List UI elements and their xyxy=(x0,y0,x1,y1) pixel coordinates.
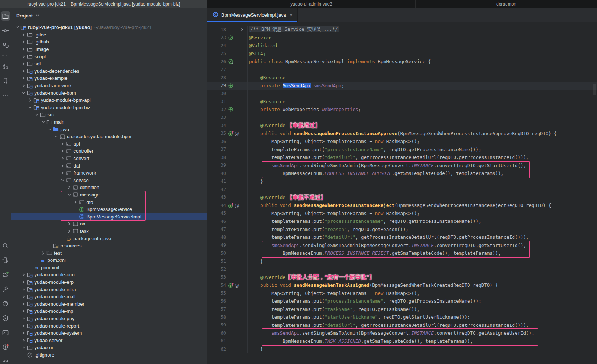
chevron-collapsed-icon[interactable] xyxy=(66,228,72,234)
terminal-icon[interactable] xyxy=(1,328,10,337)
tree-item-service[interactable]: service xyxy=(11,176,207,184)
commit-icon[interactable] xyxy=(1,26,10,35)
line-number[interactable]: 24 xyxy=(207,43,226,48)
code-line-54[interactable]: 54I@ public void sendMessageWhenTaskAssi… xyxy=(207,281,597,289)
line-number[interactable]: 54 xyxy=(207,283,226,288)
code-line-53[interactable]: 53 @Override【审批人分配，“您有一个新审批”】 xyxy=(207,273,597,282)
chevron-expanded-icon[interactable] xyxy=(27,104,33,110)
line-number[interactable]: 55 xyxy=(207,290,226,296)
code-line-57[interactable]: 57 templateParams.put("taskName", reqDTO… xyxy=(207,305,597,313)
line-number[interactable]: 23 xyxy=(207,35,226,40)
code-line-33[interactable]: 33 xyxy=(207,114,597,122)
more-icon[interactable] xyxy=(1,90,10,100)
chevron-expanded-icon[interactable] xyxy=(40,119,46,125)
line-number[interactable]: 50 xyxy=(207,251,226,256)
chevron-collapsed-icon[interactable] xyxy=(21,83,27,89)
chevron-collapsed-icon[interactable] xyxy=(21,330,27,336)
chevron-collapsed-icon[interactable] xyxy=(21,75,27,81)
line-number[interactable]: 34 xyxy=(207,123,226,128)
gutter-bean[interactable] xyxy=(226,83,237,88)
code-line-52[interactable]: 52 xyxy=(207,265,597,273)
line-number[interactable]: 28 xyxy=(207,75,226,80)
chevron-collapsed-icon[interactable] xyxy=(21,279,27,285)
line-number[interactable]: 25 xyxy=(207,51,226,56)
tree-item-main[interactable]: main xyxy=(11,118,207,126)
editor-scrollbar-thumb[interactable] xyxy=(593,84,596,95)
tree-item-yudao-module-erp[interactable]: yudao-module-erp xyxy=(11,279,207,286)
chevron-collapsed-icon[interactable] xyxy=(21,61,27,67)
code-line-50[interactable]: 50 BpmMessageEnum.PROCESS_INSTANCE_REJEC… xyxy=(207,249,597,257)
pull-requests-icon[interactable]: ? xyxy=(1,40,10,50)
code-line-23[interactable]: 23@Service xyxy=(207,34,597,42)
project-folder-icon[interactable] xyxy=(1,11,10,21)
code-line-51[interactable]: 51 } xyxy=(207,257,597,266)
tree-item-yudao-module-bpm[interactable]: yudao-module-bpm xyxy=(11,89,207,97)
chevron-collapsed-icon[interactable] xyxy=(21,294,27,300)
tree-item-message[interactable]: message xyxy=(11,191,207,199)
gutter-bean[interactable] xyxy=(226,107,237,112)
line-number[interactable]: 36 xyxy=(207,139,226,144)
tree-item-yudao-module-mp[interactable]: yudao-module-mp xyxy=(11,308,207,315)
code-line-25[interactable]: 25@Slf4j xyxy=(207,50,597,58)
tree-item-yudao-module-system[interactable]: yudao-module-system xyxy=(11,329,207,337)
chevron-collapsed-icon[interactable] xyxy=(21,308,27,314)
chevron-expanded-icon[interactable] xyxy=(21,90,27,96)
code-line-47[interactable]: 47 templateParams.put("reason", reqDTO.g… xyxy=(207,225,597,234)
code-line-48[interactable]: 48 templateParams.put("detailUrl", getPr… xyxy=(207,233,597,241)
code-line-60[interactable]: 60 smsSendApi.sendSingleSmsToAdmin(BpmMe… xyxy=(207,329,597,337)
debug-icon[interactable] xyxy=(1,270,10,279)
chevron-collapsed-icon[interactable] xyxy=(60,141,66,147)
tree-item-java[interactable]: java xyxy=(11,126,207,133)
code-line-59[interactable]: 59 templateParams.put("detailUrl", getPr… xyxy=(207,321,597,329)
gutter-check[interactable] xyxy=(226,35,237,40)
line-number[interactable]: 44 xyxy=(207,203,226,208)
code-line-26[interactable]: 26public class BpmMessageServiceImpl imp… xyxy=(207,58,597,66)
chevron-expanded-icon[interactable] xyxy=(14,25,20,30)
gutter-leaf[interactable] xyxy=(226,59,237,64)
profiler-icon[interactable] xyxy=(1,299,10,308)
line-number[interactable]: 32 xyxy=(207,107,226,112)
line-number[interactable]: 49 xyxy=(207,243,226,248)
code-area[interactable]: 18/** BPM 消息 Service 实现类 ...*/23@Service… xyxy=(207,22,597,364)
tree-item-api[interactable]: api xyxy=(11,140,207,148)
code-line-40[interactable]: 40 BpmMessageEnum.PROCESS_INSTANCE_APPRO… xyxy=(207,169,597,178)
chevron-collapsed-icon[interactable] xyxy=(21,53,27,59)
chevron-collapsed-icon[interactable] xyxy=(21,345,27,351)
tree-item-task[interactable]: task xyxy=(11,228,207,235)
line-number[interactable]: 43 xyxy=(207,195,226,200)
line-number[interactable]: 27 xyxy=(207,67,226,72)
close-tab-icon[interactable]: × xyxy=(290,12,293,18)
tree-item-cn.iocoder.yudao.module.bpm[interactable]: cn.iocoder.yudao.module.bpm xyxy=(11,133,207,140)
tree-item-pom.xml[interactable]: mpom.xml xyxy=(11,257,207,264)
tree-item-controller[interactable]: controller xyxy=(11,147,207,155)
line-number[interactable]: 59 xyxy=(207,322,226,328)
fold-arrow-icon[interactable] xyxy=(237,26,248,34)
tree-item-dto[interactable]: dto xyxy=(11,198,207,206)
line-number[interactable]: 52 xyxy=(207,267,226,272)
chevron-collapsed-icon[interactable] xyxy=(40,250,46,256)
code-line-35[interactable]: 35I@ public void sendMessageWhenProcessI… xyxy=(207,130,597,138)
code-line-28[interactable]: 28 @Resource xyxy=(207,74,597,82)
chevron-collapsed-icon[interactable] xyxy=(66,221,72,227)
line-number[interactable]: 41 xyxy=(207,179,226,184)
tree-item-framework[interactable]: framework xyxy=(11,169,207,177)
tree-item-convert[interactable]: convert xyxy=(11,155,207,162)
code-line-62[interactable]: 62 } xyxy=(207,345,597,353)
tree-item-sql[interactable]: sql xyxy=(11,60,207,68)
tree-item-pom.xml[interactable]: mpom.xml xyxy=(11,264,207,272)
tree-item-.gitee[interactable]: .gitee xyxy=(11,31,207,39)
code-line-49[interactable]: 49 smsSendApi.sendSingleSmsToAdmin(BpmMe… xyxy=(207,241,597,250)
code-line-18[interactable]: 18/** BPM 消息 Service 实现类 ...*/ xyxy=(207,26,597,34)
line-number[interactable]: 58 xyxy=(207,315,226,320)
chevron-collapsed-icon[interactable] xyxy=(27,97,33,103)
tree-item-yudao-module-report[interactable]: yudao-module-report xyxy=(11,322,207,329)
services-icon[interactable] xyxy=(1,255,10,265)
code-line-37[interactable]: 37 templateParams.put("processInstanceNa… xyxy=(207,146,597,154)
line-number[interactable]: 40 xyxy=(207,171,226,176)
tree-item-yudao-ui[interactable]: yudao-ui xyxy=(11,344,207,351)
code-line-27[interactable]: 27 xyxy=(207,66,597,74)
tree-item-.image[interactable]: .image xyxy=(11,46,207,53)
line-number[interactable]: 51 xyxy=(207,259,226,264)
line-number[interactable]: 38 xyxy=(207,155,226,160)
line-number[interactable]: 61 xyxy=(207,338,226,344)
